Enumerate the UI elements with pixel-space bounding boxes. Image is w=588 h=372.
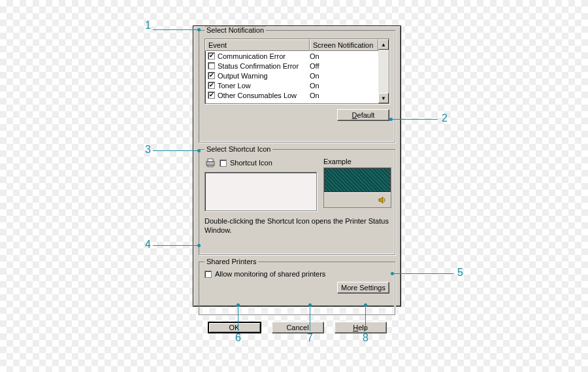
event-label: Toner Low [218,82,251,90]
notification-list: Event Screen Notification ✔Communication… [204,39,389,104]
printer-icon [204,158,216,168]
scroll-down-icon[interactable]: ▼ [378,93,389,103]
callout-2: 2 [442,112,448,124]
allow-monitoring-checkbox[interactable] [204,271,212,278]
callout-4: 4 [145,239,151,250]
group-label: Select Notification [204,26,266,34]
checkbox-icon[interactable]: ✔ [208,52,215,59]
example-preview [323,167,391,208]
checkbox-icon[interactable] [208,62,215,69]
group-select-notification: Select Notification Event Screen Notific… [199,30,395,143]
list-row[interactable]: ✔Toner Low On [205,80,378,90]
svg-rect-2 [208,165,213,167]
list-row[interactable]: ✔Other Consumables Low On [205,90,378,100]
cancel-button[interactable]: Cancel [272,322,324,333]
icon-well [204,172,317,211]
event-value: On [310,92,378,99]
callout-1: 1 [145,20,151,31]
list-body: ✔Communication Error On Status Confirmat… [205,51,378,103]
list-row[interactable]: Status Confirmation Error Off [205,61,378,71]
checkbox-icon[interactable]: ✔ [208,82,215,89]
event-value: On [310,82,378,90]
callout-8: 8 [363,332,368,344]
event-value: Off [310,62,378,70]
example-preview-taskbar [324,192,391,207]
help-button[interactable]: Help [335,322,387,333]
scroll-up-icon[interactable]: ▲ [378,39,389,50]
event-label: Status Confirmation Error [218,62,299,70]
shortcut-icon-checkbox[interactable] [220,160,227,167]
shortcut-hint: Double-clicking the Shortcut Icon opens … [204,216,389,235]
header-event[interactable]: Event [205,39,310,51]
event-value: On [310,52,378,60]
speaker-icon [378,195,388,205]
default-button[interactable]: Default [337,109,389,121]
scrollbar[interactable]: ▲ ▼ [378,39,389,103]
svg-rect-1 [208,159,213,161]
list-row[interactable]: ✔Output Warning On [205,71,378,80]
group-label: Select Shortcut Icon [204,145,272,153]
callout-6: 6 [235,332,241,344]
list-row[interactable]: ✔Communication Error On [205,51,378,61]
event-label: Output Warning [218,72,268,80]
event-label: Other Consumables Low [218,92,297,99]
more-settings-button[interactable]: More Settings [337,282,389,294]
checkbox-icon[interactable]: ✔ [208,92,215,99]
shortcut-icon-label: Shortcut Icon [230,159,272,167]
event-value: On [310,72,378,80]
example-preview-screen [324,168,391,192]
preferences-dialog: Select Notification Event Screen Notific… [193,25,401,307]
header-screen-notification[interactable]: Screen Notification [310,39,378,51]
checkbox-icon[interactable]: ✔ [208,72,215,79]
group-label: Shared Printers [204,258,258,265]
svg-rect-0 [206,161,214,165]
callout-3: 3 [145,144,151,156]
svg-marker-3 [379,197,383,203]
example-label: Example [323,158,391,165]
list-header: Event Screen Notification [205,39,378,51]
ok-button[interactable]: OK [208,322,261,333]
event-label: Communication Error [218,52,286,60]
allow-monitoring-label: Allow monitoring of shared printers [215,270,325,278]
group-select-shortcut-icon: Select Shortcut Icon Shortcut Icon Examp… [199,149,395,255]
callout-7: 7 [307,332,313,344]
callout-5: 5 [457,267,463,279]
